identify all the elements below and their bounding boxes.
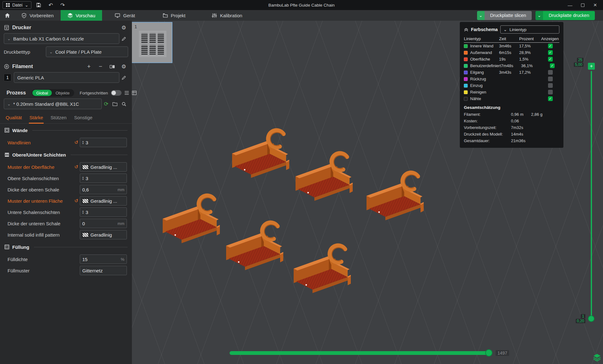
legend-row-innere-wand: Innere Wand 3m46s 17,5% ✓ [464,43,559,49]
layer-slider-handle[interactable] [588,315,595,322]
view-mode-value: Linientyp [509,27,526,32]
model-clip-6[interactable] [294,245,351,293]
model-clip-2[interactable] [296,153,353,201]
minimize-button[interactable]: — [565,1,575,9]
walls-icon [4,128,9,133]
tab-vorbereiten[interactable]: Vorbereiten [14,10,61,21]
model-clip-4[interactable] [163,195,220,243]
spinner-arrows[interactable]: ▴▾ [82,176,84,180]
visibility-checkbox[interactable] [548,90,553,94]
bottom-thickness-input[interactable]: 0 mm [80,219,127,228]
bed-type-select[interactable]: ⌄ Cool Plate / PLA Plate [46,46,128,57]
visibility-checkbox[interactable] [548,83,553,88]
folder-icon [112,102,117,106]
top-pattern-label: Muster der Oberfläche [8,164,54,170]
top-thickness-input[interactable]: 0,6 mm [80,185,127,194]
bottom-layers-input[interactable]: ▴▾ 3 [80,207,127,217]
top-pattern-select[interactable]: Geradlinig ... [80,162,127,172]
tab-staerke[interactable]: Stärke [26,115,47,123]
visibility-checkbox[interactable]: ✓ [548,96,553,101]
scope-objects-pill[interactable]: Objekte [52,90,73,96]
visibility-checkbox[interactable]: ✓ [548,44,553,48]
pattern-swatch-icon [82,165,89,169]
view-mode-select[interactable]: ⌄ Linientyp [500,25,559,34]
top-layers-input[interactable]: ▴▾ 3 [80,174,127,183]
advanced-toggle[interactable] [111,90,122,96]
edit-printer-button[interactable] [119,34,128,43]
legend-title: Farbschema [471,27,497,32]
plate-thumbnail[interactable]: 1 [131,22,172,63]
undo-button[interactable]: ↶ [46,1,55,9]
infill-density-input[interactable]: 15 % [80,254,127,264]
file-menu[interactable]: Datei ⌄ [3,1,31,9]
save-button[interactable] [34,1,43,9]
scope-global-pill[interactable]: Global [32,90,52,96]
spinner-arrows[interactable]: ▴▾ [82,210,84,214]
print-options-dropdown[interactable]: ⌄ [535,11,543,20]
titlebar: Datei ⌄ ↶ ↷ BambuLab Pfte Guide Cable Ch… [0,0,603,10]
search-settings-button[interactable] [119,99,128,108]
edit-filament-button[interactable] [119,73,128,82]
visibility-checkbox[interactable]: ✓ [550,63,555,68]
line-type-label: Benutzerdefiniert [470,63,501,68]
spinner-arrows[interactable]: ▴▾ [82,140,84,145]
collapse-icon[interactable] [464,28,468,32]
move-slider-handle[interactable] [485,349,492,356]
infill-pattern-select[interactable]: Gitternetz [80,266,127,275]
estimate-row-kosten: Kosten: 0,06 [464,118,559,124]
tab-sonstige[interactable]: Sonstige [70,115,96,123]
home-button[interactable] [0,10,14,21]
param-row-infill-density: Fülldichte 15 % [0,254,132,265]
print-plate-button[interactable]: Druckplatte drucken [543,11,595,20]
estimate-row-druckzeit: Druckzeit des Modell: 14m4s [464,131,559,137]
slice-plate-button[interactable]: Druckplatte slicen [485,11,532,20]
prepare-icon [21,13,27,18]
save-preset-button[interactable] [111,99,119,108]
col-zeit: Zeit [499,36,519,41]
visibility-checkbox[interactable]: ✓ [548,50,553,55]
tab-kalibration[interactable]: Kalibration [205,10,249,21]
printer-preset-select[interactable]: ⌄ Bambu Lab X1 Carbon 0.4 nozzle [4,33,119,44]
top-bottom-group-title: Obere/Untere Schichten [12,152,66,158]
visibility-checkbox[interactable]: ✓ [548,57,553,62]
filament-index-badge[interactable]: 1 [4,74,11,81]
add-pause-button[interactable]: + [588,63,595,70]
filament-preset-select[interactable]: Generic PLA [14,72,119,83]
tab-stuetzen[interactable]: Stützen [47,115,70,123]
top-bottom-icon [4,152,9,157]
visibility-checkbox[interactable] [548,70,553,75]
flush-options-button[interactable] [108,62,117,71]
wall-loops-input[interactable]: ▴▾ 3 [80,138,127,147]
reset-icon[interactable]: ↺ [73,198,80,204]
redo-button[interactable]: ↷ [58,1,67,9]
bottom-pattern-select[interactable]: Geradlinig ... [80,196,127,206]
reset-icon[interactable]: ↺ [73,140,80,145]
model-clip-3[interactable] [367,173,424,220]
line-type-label: Eilgang [470,70,499,75]
process-preset-select[interactable]: ⌄ * 0.20mm Standard @BBL X1C [4,99,102,109]
tab-qualitaet[interactable]: Qualität [2,115,26,123]
bottom-layer-height: 0,20 [576,319,585,323]
reset-icon[interactable]: ↺ [73,164,80,170]
remove-filament-button[interactable]: − [96,62,105,71]
sync-preset-button[interactable]: ⟳ [102,99,111,108]
layer-slider-track[interactable] [591,71,592,319]
model-clip-5[interactable] [226,222,283,270]
tab-projekt[interactable]: Projekt [156,10,193,21]
slice-options-dropdown[interactable]: ⌄ [477,11,485,20]
maximize-button[interactable] [577,1,588,9]
filament-settings-gear-icon[interactable]: ⚙ [119,62,128,71]
layer-view-corner-button[interactable] [592,353,602,363]
tab-geraet[interactable]: Gerät [108,10,142,21]
param-list-button[interactable] [124,88,129,97]
param-table-button[interactable] [132,88,137,97]
estimate-label: Gesamtdauer: [464,138,511,143]
visibility-checkbox[interactable] [548,77,553,81]
model-clip-1[interactable] [232,130,289,178]
internal-solid-pattern-select[interactable]: Geradlinig [80,230,127,239]
tab-vorschau[interactable]: Vorschau [61,10,102,21]
printer-settings-gear-icon[interactable]: ⚙ [119,23,128,32]
move-slider-track[interactable] [230,351,489,355]
add-filament-button[interactable]: + [84,62,93,71]
close-button[interactable]: × [590,1,600,9]
